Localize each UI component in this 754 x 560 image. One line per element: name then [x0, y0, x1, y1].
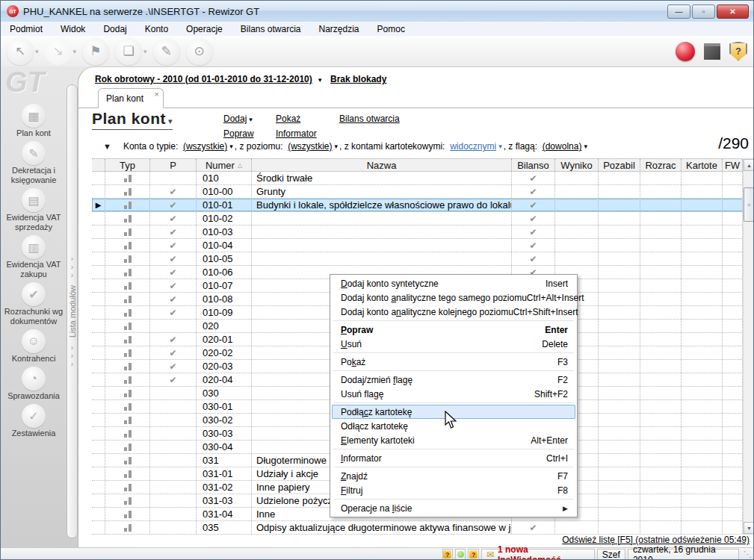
context-menu-item-filtruj[interactable]: FiltrujF8 — [332, 483, 575, 497]
sidebar-item-dekretacja-i-ksi-gowanie[interactable]: ✎Dekretacja i księgowanie — [1, 141, 66, 185]
scroll-down-icon[interactable]: ▼ — [744, 522, 754, 534]
informator-link[interactable]: Informator — [276, 128, 317, 139]
column-header-nazwa[interactable]: Nazwa — [252, 159, 512, 171]
context-menu-item-dodaj-konto-analityczne-tego-samego-poziomu[interactable]: Dodaj konto analityczne tego samego pozi… — [332, 290, 575, 305]
column-header-p[interactable]: P — [150, 159, 197, 171]
table-row[interactable]: ✔010-00Grunty✔ — [92, 185, 754, 199]
context-menu-item-znajd[interactable]: ZnajdźF7 — [332, 469, 575, 483]
context-menu-item-dodaj-zmie-flag[interactable]: Dodaj/zmień flagęF2 — [332, 373, 575, 387]
close-button[interactable]: ✕ — [717, 4, 749, 19]
sidebar-item-kontrahenci[interactable]: ☺Kontrahenci — [1, 329, 66, 364]
sidebar-item-zestawienia[interactable]: ✓Zestawienia — [1, 404, 66, 438]
edit-pen-icon[interactable]: ✎ — [153, 38, 180, 65]
help-button[interactable]: ? — [442, 549, 453, 560]
context-menu-item-dodaj-konto-analityczne-kolejnego-poziomu[interactable]: Dodaj konto analityczne kolejnego poziom… — [332, 305, 575, 319]
column-header-rozrac[interactable]: Rozrac — [640, 159, 682, 171]
context-menu-item-operacje-na-li-cie[interactable]: Operacje na liście▶ — [332, 501, 575, 515]
table-row[interactable]: 035Odpisy aktualizujące długoterminowe a… — [92, 521, 754, 535]
restore-button[interactable]: ▫ — [692, 4, 715, 19]
menu-item-konto[interactable]: Konto — [136, 24, 177, 34]
column-header-pozabil[interactable]: Pozabil — [599, 159, 640, 171]
context-menu-item-popraw[interactable]: PoprawEnter — [332, 323, 575, 337]
column-header-numer[interactable]: Numer△ — [197, 159, 252, 171]
sidebar-item-ewidencja-vat-sprzeda-y[interactable]: ▤Ewidencja VAT sprzedaży — [1, 188, 66, 232]
tab-plan-kont[interactable]: Plan kont × — [98, 88, 164, 108]
context-menu-item-pod-cz-kartotek[interactable]: Podłącz kartotekę — [332, 405, 575, 419]
context-menu-shortcut: F7 — [557, 471, 568, 482]
column-header-fw[interactable]: FW — [723, 159, 743, 171]
menu-item-narz-dzia[interactable]: Narzędzia — [310, 24, 368, 34]
user-cell[interactable]: Szef — [597, 549, 625, 560]
column-header-selector[interactable] — [92, 159, 105, 171]
chevron-down-icon[interactable]: ▾ — [335, 143, 339, 150]
table-row[interactable]: ✔010-05✔ — [92, 252, 754, 266]
tab-close-icon[interactable]: × — [155, 90, 159, 99]
column-header-wyniko[interactable]: Wyniko — [555, 159, 599, 171]
show-link[interactable]: Pokaż — [276, 113, 300, 124]
context-menu-item-poka[interactable]: PokażF3 — [332, 355, 575, 369]
menu-item-operacje[interactable]: Operacje — [177, 24, 232, 34]
sidebar-item-ewidencja-vat-zakupu[interactable]: ▥Ewidencja VAT zakupu — [1, 235, 66, 279]
stamp-icon[interactable]: ⊙ — [186, 38, 213, 65]
lock-status-link[interactable]: Brak blokady — [330, 74, 386, 84]
chevron-down-icon[interactable]: ▾ — [229, 143, 233, 150]
context-menu-item-informator[interactable]: InformatorCtrl+I — [332, 451, 575, 465]
menu-item-podmiot[interactable]: Podmiot — [1, 24, 52, 34]
menu-item-widok[interactable]: Widok — [52, 24, 94, 34]
connection-status[interactable] — [455, 549, 466, 560]
number-cell: 010-05 — [197, 252, 252, 265]
context-menu-item-usu[interactable]: UsuńDelete — [332, 337, 575, 351]
edit-link[interactable]: Popraw — [223, 128, 254, 139]
account-type-icon — [123, 349, 132, 357]
filter-kartoteka-value[interactable]: widocznymi — [450, 141, 496, 152]
table-header-row[interactable]: TypPNumer△NazwaBilansoWynikoPozabilRozra… — [92, 158, 754, 172]
help-shield-icon[interactable]: ? — [729, 42, 747, 61]
chevron-down-icon[interactable]: ▾ — [35, 48, 39, 55]
add-link[interactable]: Dodaj▾ — [223, 113, 253, 124]
menu-item-dodaj[interactable]: Dodaj — [94, 24, 135, 34]
modules-strip[interactable]: › › › Lista modułów › › › — [67, 84, 78, 538]
context-menu-item-od-cz-kartotek[interactable]: Odłącz kartotekę — [332, 419, 575, 433]
chevron-down-icon[interactable]: ▾ — [498, 143, 502, 150]
scroll-thumb[interactable]: ≡ — [744, 187, 754, 222]
context-menu-item-elementy-kartoteki[interactable]: Elementy kartotekiAlt+Enter — [332, 433, 575, 447]
resize-grip-icon[interactable]: ⋱ — [744, 550, 752, 559]
scroll-up-icon[interactable]: ▲ — [744, 159, 754, 171]
chevron-down-icon[interactable]: ▾ — [143, 48, 147, 55]
context-menu-item-usu-flag[interactable]: Usuń flagęShift+F2 — [332, 387, 575, 401]
insert-sphere-icon[interactable] — [676, 42, 695, 61]
vertical-scrollbar[interactable]: ▲ ≡ ▼ — [743, 158, 754, 535]
fiscal-year-link[interactable]: Rok obrotowy - 2010 (od 01-01-2010 do 31… — [95, 74, 312, 84]
pozabil-cell — [599, 293, 640, 305]
column-header-kartote[interactable]: Kartote — [682, 159, 723, 171]
minimize-button[interactable]: — — [667, 4, 690, 19]
table-row[interactable]: ✔010-02✔ — [92, 212, 754, 225]
filter-type-value[interactable]: (wszystkie) — [183, 141, 227, 152]
table-row[interactable]: ✔010-04✔ — [92, 239, 754, 252]
new-document-icon[interactable]: ❏ — [115, 38, 142, 65]
filter-flag-value[interactable]: (dowolna) — [543, 141, 582, 152]
sidebar-item-plan-kont[interactable]: ▦Plan kont — [1, 104, 66, 138]
chevron-down-icon[interactable]: ▾ — [584, 143, 587, 150]
column-header-typ[interactable]: Typ — [105, 159, 150, 171]
inswiadomosc-cell[interactable]: ✉ 1 nowa InsWiadomość — [481, 549, 595, 560]
table-row[interactable]: ▶✔010-01Budynki i lokale, spółdzielcze w… — [92, 199, 754, 212]
table-row[interactable]: 010Środki trwałe✔ — [92, 172, 754, 185]
sidebar-item-sprawozdania[interactable]: ◔Sprawozdania — [1, 367, 66, 401]
select-arrow-icon[interactable]: ↖ — [7, 38, 34, 65]
menu-item-pomoc[interactable]: Pomoc — [368, 24, 414, 34]
page-title-wrap[interactable]: Plan kont▾ — [92, 110, 173, 130]
column-header-bilanso[interactable]: Bilanso — [512, 159, 555, 171]
menu-item-bilans-otwarcia[interactable]: Bilans otwarcia — [232, 24, 310, 34]
type-cell — [105, 387, 150, 399]
filter-toggle-icon[interactable]: ▼ — [103, 142, 111, 151]
help-button-2[interactable]: ? — [468, 549, 478, 560]
cube-icon[interactable] — [704, 43, 720, 60]
p-cell — [150, 521, 197, 534]
opening-balance-link[interactable]: Bilans otwarcia — [339, 113, 400, 124]
table-row[interactable]: ✔010-03✔ — [92, 225, 754, 239]
flag-icon[interactable]: ⚑ — [82, 38, 109, 65]
filter-level-value[interactable]: (wszystkie) — [288, 141, 332, 152]
sidebar-item-rozrachunki-wg-dokument-w[interactable]: ✔Rozrachunki wg dokumentów — [1, 282, 66, 326]
context-menu-item-dodaj-konto-syntetyczne[interactable]: Dodaj konto syntetyczneInsert — [332, 276, 575, 290]
